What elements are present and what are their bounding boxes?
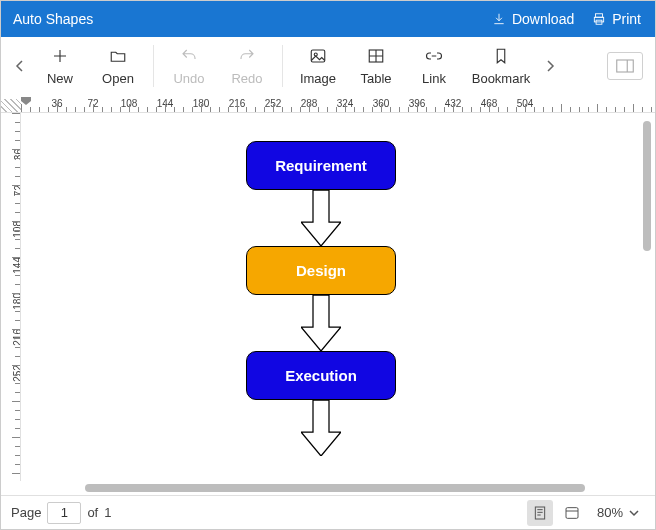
indent-marker-icon[interactable] [21,97,31,105]
bookmark-icon [492,47,510,65]
redo-icon [238,47,256,65]
plus-icon [51,47,69,65]
svg-rect-11 [535,507,544,519]
svg-rect-0 [596,14,603,18]
bookmark-label: Bookmark [472,71,531,86]
redo-button[interactable]: Redo [218,41,276,91]
print-icon [592,12,606,26]
workspace: 3672108144180216252 RequirementDesignExe… [1,113,655,481]
flowchart-shape[interactable]: Requirement [246,141,396,190]
link-label: Link [422,71,446,86]
flowchart-arrow[interactable] [301,190,341,246]
toolbar-scroll-left[interactable] [9,41,31,91]
image-label: Image [300,71,336,86]
page-layout-button[interactable] [607,52,643,80]
zoom-value: 80% [597,505,623,520]
document-canvas[interactable]: RequirementDesignExecution [21,113,639,481]
svg-rect-12 [566,507,578,518]
status-bar: Page of 1 80% [1,495,655,529]
web-view-button[interactable] [559,500,585,526]
table-button[interactable]: Table [347,41,405,91]
shape-label: Requirement [275,157,367,174]
svg-marker-9 [301,295,341,351]
redo-label: Redo [231,71,262,86]
svg-rect-6 [617,60,634,72]
flowchart-shape[interactable]: Execution [246,351,396,400]
horizontal-scrollbar[interactable] [1,481,655,495]
svg-marker-10 [301,400,341,456]
horizontal-scrollbar-thumb[interactable] [85,484,585,492]
flowchart-arrow[interactable] [301,295,341,351]
download-icon [492,12,506,26]
link-button[interactable]: Link [405,41,463,91]
toolbar-scroll-right[interactable] [539,41,561,91]
page-view-icon [532,505,548,521]
svg-marker-7 [21,97,31,105]
undo-label: Undo [173,71,204,86]
image-button[interactable]: Image [289,41,347,91]
ruler-horizontal: 3672108144180216252288324360396432468504 [1,95,655,113]
link-icon [425,47,443,65]
zoom-dropdown[interactable]: 80% [591,503,645,522]
flowchart-shape[interactable]: Design [246,246,396,295]
new-label: New [47,71,73,86]
web-view-icon [564,505,580,521]
undo-button[interactable]: Undo [160,41,218,91]
ruler-vertical: 3672108144180216252 [1,113,21,481]
page-of: of [87,505,98,520]
print-button[interactable]: Print [592,11,641,27]
undo-icon [180,47,198,65]
page-view-button[interactable] [527,500,553,526]
shape-label: Design [296,262,346,279]
download-label: Download [512,11,574,27]
page-prefix: Page [11,505,41,520]
new-button[interactable]: New [31,41,89,91]
page-total: 1 [104,505,111,520]
open-button[interactable]: Open [89,41,147,91]
chevron-down-icon [629,509,639,517]
toolbar-separator [282,45,283,87]
svg-rect-3 [311,50,325,62]
image-icon [309,47,327,65]
vertical-scrollbar-thumb[interactable] [643,121,651,251]
toolbar: New Open Undo Redo Image Table Link Book… [1,37,655,95]
folder-icon [109,47,127,65]
open-label: Open [102,71,134,86]
bookmark-button[interactable]: Bookmark [463,41,539,91]
flowchart-arrow[interactable] [301,400,341,456]
page-number-input[interactable] [47,502,81,524]
page-layout-icon [616,59,634,73]
table-label: Table [360,71,391,86]
table-icon [367,47,385,65]
toolbar-separator [153,45,154,87]
vertical-scrollbar[interactable] [639,113,655,481]
title-bar: Auto Shapes Download Print [1,1,655,37]
app-title: Auto Shapes [13,11,93,27]
print-label: Print [612,11,641,27]
download-button[interactable]: Download [492,11,574,27]
svg-marker-8 [301,190,341,246]
shape-label: Execution [285,367,357,384]
